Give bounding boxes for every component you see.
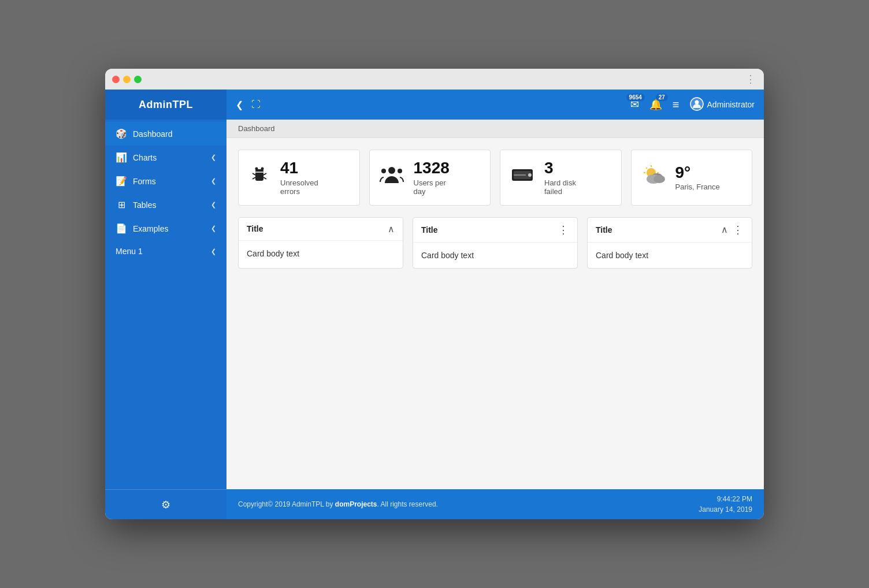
window-maximize-btn[interactable] — [134, 76, 142, 83]
stat-card-disk-label: Hard disk failed — [544, 178, 576, 196]
bell-badge: 27 — [656, 94, 668, 101]
mail-button[interactable]: ✉ 9654 — [630, 98, 639, 111]
svg-line-5 — [252, 173, 255, 175]
footer-link[interactable]: domProjects — [335, 500, 377, 508]
stat-card-errors-info: 41 Unresolved errors — [280, 159, 318, 196]
chevron-left-icon: ❮ — [211, 248, 216, 255]
svg-line-22 — [646, 168, 647, 169]
forms-icon: 📝 — [116, 176, 127, 187]
svg-rect-2 — [255, 169, 263, 181]
sidebar-item-forms[interactable]: 📝 Forms ❮ — [105, 169, 226, 193]
back-button[interactable]: ❮ — [236, 99, 243, 110]
widget-card-3: Title ∧ ⋮ Card body text — [587, 217, 752, 269]
widget-card-2: Title ⋮ Card body text — [413, 217, 578, 269]
charts-icon: 📊 — [116, 152, 127, 163]
window-close-btn[interactable] — [112, 76, 120, 83]
widget-cards-row: Title ∧ Card body text Title ⋮ — [238, 217, 752, 269]
breadcrumb: Dashboard — [226, 120, 764, 138]
topbar: ❮ ⛶ ✉ 9654 🔔 27 ≡ — [226, 90, 764, 120]
sidebar-settings-button[interactable]: ⚙ — [105, 489, 226, 519]
expand-button[interactable]: ⛶ — [251, 99, 261, 110]
sidebar-item-label: Examples — [133, 224, 168, 233]
stat-card-weather: 9° Paris, France — [631, 150, 753, 206]
examples-icon: 📄 — [116, 223, 127, 234]
sidebar-item-tables[interactable]: ⊞ Tables ❮ — [105, 193, 226, 217]
stat-card-users-value: 1328 — [414, 159, 450, 177]
users-icon — [379, 165, 404, 190]
chevron-left-icon: ❮ — [211, 201, 216, 209]
stat-card-errors: 41 Unresolved errors — [238, 150, 360, 206]
chevron-left-icon: ❮ — [211, 225, 216, 232]
svg-line-7 — [263, 173, 266, 175]
topbar-right: ✉ 9654 🔔 27 ≡ — [630, 97, 755, 113]
footer-date: January 14, 2019 — [699, 504, 752, 515]
footer-datetime: 9:44:22 PM January 14, 2019 — [699, 494, 752, 515]
stat-card-weather-info: 9° Paris, France — [675, 164, 720, 192]
stat-card-errors-value: 41 — [280, 159, 318, 177]
mail-badge: 9654 — [626, 94, 645, 101]
footer-time: 9:44:22 PM — [699, 494, 752, 504]
footer: Copyright© 2019 AdminTPL by domProjects.… — [226, 489, 764, 519]
tables-icon: ⊞ — [116, 199, 127, 210]
dashboard-icon: 🎲 — [116, 128, 127, 139]
footer-copyright: Copyright© 2019 AdminTPL by domProjects.… — [238, 500, 438, 508]
widget-card-1: Title ∧ Card body text — [238, 217, 403, 269]
widget-card-1-controls: ∧ — [388, 224, 395, 235]
stat-card-errors-label: Unresolved errors — [280, 178, 318, 196]
svg-point-11 — [381, 169, 386, 173]
svg-point-26 — [653, 175, 665, 183]
stat-card-disk-info: 3 Hard disk failed — [544, 159, 576, 196]
widget-card-1-title: Title — [247, 224, 263, 233]
stat-card-disk: 3 Hard disk failed — [500, 150, 622, 206]
disk-icon — [510, 165, 535, 190]
window-minimize-btn[interactable] — [123, 76, 131, 83]
svg-line-8 — [263, 177, 266, 179]
chevron-up-icon[interactable]: ∧ — [721, 224, 728, 235]
weather-icon — [641, 163, 666, 191]
app-window: ⋮ AdminTPL 🎲 Dashboard 📊 Charts ❮ 📝 — [105, 69, 764, 519]
stat-cards-row: 41 Unresolved errors — [238, 150, 752, 206]
svg-point-10 — [388, 167, 395, 174]
svg-point-1 — [695, 100, 699, 104]
widget-card-1-header: Title ∧ — [239, 218, 403, 241]
widget-card-3-header: Title ∧ ⋮ — [588, 218, 752, 243]
sidebar: AdminTPL 🎲 Dashboard 📊 Charts ❮ 📝 Forms — [105, 90, 226, 519]
user-label: Administrator — [707, 100, 755, 109]
bug-icon — [248, 163, 271, 191]
more-vert-icon[interactable]: ⋮ — [733, 224, 744, 236]
chevron-left-icon: ❮ — [211, 177, 216, 185]
stat-card-weather-value: 9° — [675, 164, 720, 182]
widget-card-2-controls: ⋮ — [558, 224, 569, 236]
sidebar-item-charts[interactable]: 📊 Charts ❮ — [105, 146, 226, 169]
sidebar-item-label: Forms — [133, 177, 156, 186]
main-content: ❮ ⛶ ✉ 9654 🔔 27 ≡ — [226, 90, 764, 519]
gear-icon: ⚙ — [161, 498, 170, 511]
title-bar-dots: ⋮ — [745, 73, 757, 85]
svg-line-6 — [252, 177, 255, 179]
sidebar-item-label: Charts — [133, 153, 157, 162]
chevron-left-icon: ❮ — [211, 154, 216, 161]
widget-card-2-title: Title — [421, 225, 438, 235]
widget-card-3-controls: ∧ ⋮ — [721, 224, 744, 236]
bell-button[interactable]: 🔔 27 — [649, 98, 662, 111]
stat-card-users: 1328 Users per day — [369, 150, 491, 206]
sidebar-item-menu1[interactable]: Menu 1 ❮ — [105, 240, 226, 262]
content-area: 41 Unresolved errors — [226, 138, 764, 489]
app-layout: AdminTPL 🎲 Dashboard 📊 Charts ❮ 📝 Forms — [105, 90, 764, 519]
sidebar-item-dashboard[interactable]: 🎲 Dashboard — [105, 122, 226, 146]
stat-card-users-info: 1328 Users per day — [414, 159, 450, 196]
sidebar-nav: 🎲 Dashboard 📊 Charts ❮ 📝 Forms ❮ ⊞ — [105, 120, 226, 489]
widget-card-3-body: Card body text — [588, 243, 752, 268]
sidebar-item-label: Tables — [133, 200, 156, 210]
svg-point-15 — [528, 173, 532, 177]
more-vert-icon[interactable]: ⋮ — [558, 224, 569, 236]
user-menu-button[interactable]: Administrator — [690, 97, 755, 113]
user-circle-icon — [690, 97, 704, 113]
chevron-up-icon[interactable]: ∧ — [388, 224, 395, 235]
stat-card-weather-label: Paris, France — [675, 183, 720, 191]
sidebar-item-examples[interactable]: 📄 Examples ❮ — [105, 217, 226, 240]
list-icon[interactable]: ≡ — [673, 98, 679, 111]
stat-card-users-label: Users per day — [414, 178, 450, 196]
svg-point-12 — [398, 169, 402, 173]
widget-card-3-title: Title — [596, 225, 612, 235]
